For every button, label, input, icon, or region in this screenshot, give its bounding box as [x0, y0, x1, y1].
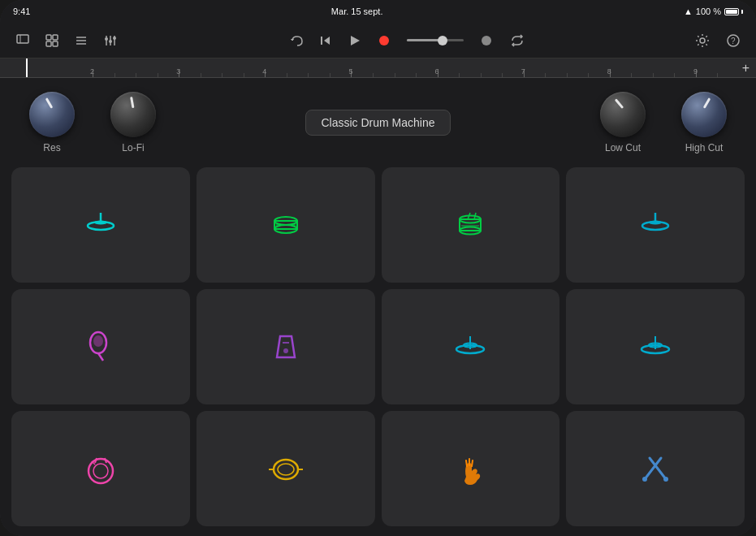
svg-point-52 [93, 464, 108, 478]
status-date: Mar. 15 sept. [331, 6, 383, 16]
transport-group [283, 28, 397, 54]
knob-res-container: Res [11, 92, 93, 153]
svg-rect-2 [46, 35, 51, 40]
knob-lofi[interactable] [110, 92, 156, 137]
battery-icon [724, 8, 743, 15]
svg-point-38 [649, 221, 662, 225]
knob-highcut-container: High Cut [663, 92, 745, 153]
svg-point-41 [93, 335, 103, 347]
timeline-add-button[interactable]: + [742, 61, 750, 76]
pad-sticks[interactable] [566, 411, 745, 526]
knob-lofi-container: Lo-Fi [93, 92, 174, 153]
svg-point-18 [379, 36, 389, 45]
svg-line-62 [466, 460, 467, 466]
cowbell-icon [266, 326, 306, 367]
svg-point-12 [105, 37, 108, 41]
pad-shaker[interactable] [11, 289, 190, 404]
knob-res-label: Res [43, 142, 60, 153]
pad-clap[interactable] [382, 411, 560, 526]
volume-thumb[interactable] [438, 36, 447, 45]
sticks-icon [635, 448, 676, 489]
pad-snare[interactable] [197, 167, 375, 283]
list-view-button[interactable] [68, 28, 94, 54]
toolbar: ? [0, 23, 756, 58]
pads-grid [11, 167, 745, 526]
svg-point-19 [482, 36, 491, 45]
shaker-icon [80, 326, 121, 367]
snare-open-icon [450, 205, 490, 245]
hihat-closed-2-icon [635, 205, 676, 245]
tom-icon [80, 448, 121, 489]
knob-res-indicator [45, 97, 54, 109]
svg-point-14 [113, 37, 116, 40]
knob-highcut[interactable] [681, 92, 727, 137]
pad-cowbell[interactable] [197, 289, 375, 404]
new-track-button[interactable] [10, 28, 36, 54]
record-button[interactable] [371, 28, 397, 54]
knob-lowcut-label: Low Cut [605, 142, 641, 153]
svg-point-13 [109, 40, 112, 43]
cymbal-2-icon [635, 326, 676, 367]
svg-rect-4 [46, 41, 51, 46]
cymbal-1-icon [450, 326, 490, 367]
timeline: 23456789 + [0, 58, 756, 78]
pad-cymbal-2[interactable] [566, 289, 745, 404]
pad-hihat-closed[interactable] [11, 167, 190, 283]
status-time: 9:41 [13, 6, 30, 16]
svg-point-20 [700, 38, 705, 43]
ipad-frame: 9:41 Mar. 15 sept. ▲ 100 % [0, 0, 756, 536]
pad-tom[interactable] [11, 411, 190, 526]
settings-button[interactable] [689, 28, 715, 54]
ruler: 23456789 [6, 58, 739, 77]
svg-line-40 [98, 353, 103, 361]
svg-point-25 [94, 221, 107, 225]
view-mode-button[interactable] [39, 28, 65, 54]
battery-percent: 100 % [696, 6, 721, 16]
knob-lofi-indicator [130, 97, 134, 108]
hihat-closed-icon [80, 205, 121, 245]
circle-icon [473, 28, 499, 54]
rewind-button[interactable] [313, 28, 339, 54]
svg-marker-16 [324, 37, 330, 45]
svg-rect-0 [17, 35, 28, 43]
status-bar: 9:41 Mar. 15 sept. ▲ 100 % [0, 0, 756, 23]
undo-button[interactable] [283, 28, 309, 54]
knob-lowcut-indicator [615, 98, 624, 109]
pad-cymbal-1[interactable] [382, 289, 560, 404]
clap-icon [450, 448, 490, 489]
help-button[interactable]: ? [720, 28, 746, 54]
svg-rect-5 [53, 41, 58, 46]
pad-bass-drum[interactable] [197, 411, 375, 526]
volume-slider-area [407, 39, 464, 41]
mixer-button[interactable] [97, 28, 123, 54]
knob-lofi-label: Lo-Fi [122, 142, 144, 153]
play-button[interactable] [342, 28, 368, 54]
svg-line-35 [474, 213, 476, 219]
svg-point-57 [278, 464, 294, 475]
pad-hihat-closed-2[interactable] [566, 167, 745, 283]
pad-snare-open[interactable] [382, 167, 560, 283]
svg-rect-3 [53, 35, 58, 40]
knob-lowcut[interactable] [600, 92, 646, 137]
knob-res[interactable] [29, 92, 75, 137]
main-content: Res Lo-Fi Classic Drum Machine Low Cut [0, 78, 756, 536]
status-left: 9:41 [13, 6, 30, 16]
knob-lowcut-container: Low Cut [582, 92, 663, 153]
status-right: ▲ 100 % [684, 6, 743, 16]
knob-highcut-indicator [703, 97, 711, 109]
volume-track [407, 39, 464, 41]
knobs-section: Res Lo-Fi Classic Drum Machine Low Cut [11, 86, 745, 159]
snare-icon [266, 205, 306, 245]
svg-rect-15 [321, 37, 322, 45]
instrument-label: Classic Drum Machine [305, 110, 450, 136]
knobs-center: Classic Drum Machine [174, 110, 582, 136]
loop-button[interactable] [504, 28, 530, 54]
svg-text:?: ? [731, 37, 736, 45]
bass-drum-icon [266, 448, 306, 489]
svg-marker-42 [277, 336, 295, 357]
svg-point-44 [283, 348, 288, 353]
svg-line-54 [105, 458, 106, 463]
svg-line-53 [95, 458, 97, 463]
svg-line-60 [472, 460, 473, 466]
svg-marker-17 [351, 36, 360, 45]
